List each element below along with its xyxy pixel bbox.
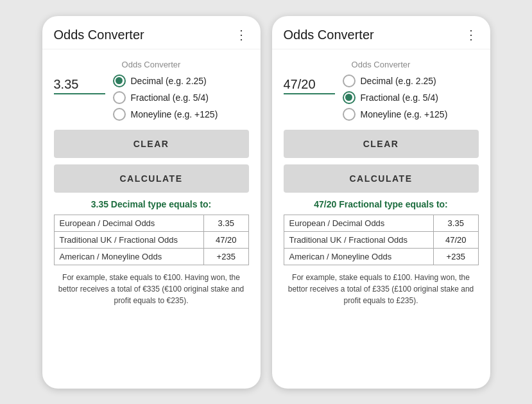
table-cell-value: 3.35 bbox=[203, 215, 248, 231]
result-table: European / Decimal Odds3.35Traditional U… bbox=[284, 215, 479, 265]
input-radio-row: Decimal (e.g. 2.25)Fractional (e.g. 5/4)… bbox=[54, 75, 249, 127]
phone-title: Odds Converter bbox=[54, 28, 144, 42]
radio-item-1[interactable]: Fractional (e.g. 5/4) bbox=[343, 91, 448, 104]
table-row: European / Decimal Odds3.35 bbox=[54, 215, 248, 231]
input-radio-row: Decimal (e.g. 2.25)Fractional (e.g. 5/4)… bbox=[284, 75, 479, 127]
table-cell-label: Traditional UK / Fractional Odds bbox=[54, 231, 203, 248]
radio-item-1[interactable]: Fractional (e.g. 5/4) bbox=[113, 91, 218, 104]
table-cell-value: +235 bbox=[203, 248, 248, 265]
calculate-button[interactable]: CALCULATE bbox=[284, 164, 479, 193]
radio-circle-2 bbox=[343, 108, 356, 121]
phone-body: Odds ConverterDecimal (e.g. 2.25)Fractio… bbox=[272, 49, 490, 389]
clear-button[interactable]: CLEAR bbox=[284, 130, 479, 158]
result-title: 47/20 Fractional type equals to: bbox=[284, 199, 479, 209]
phone-0: Odds Converter⋮Odds ConverterDecimal (e.… bbox=[42, 16, 261, 389]
odds-input[interactable] bbox=[54, 77, 105, 94]
table-row: American / Moneyline Odds+235 bbox=[54, 248, 248, 265]
radio-circle-1 bbox=[343, 91, 356, 104]
result-table: European / Decimal Odds3.35Traditional U… bbox=[54, 215, 249, 265]
radio-circle-0 bbox=[113, 75, 126, 87]
phone-header: Odds Converter⋮ bbox=[42, 16, 261, 49]
table-cell-value: 3.35 bbox=[433, 215, 478, 231]
section-label: Odds Converter bbox=[54, 60, 249, 69]
radio-label-0: Decimal (e.g. 2.25) bbox=[361, 76, 436, 86]
section-label: Odds Converter bbox=[284, 60, 479, 69]
radio-circle-1 bbox=[113, 91, 126, 104]
phone-header: Odds Converter⋮ bbox=[272, 16, 490, 49]
table-cell-label: European / Decimal Odds bbox=[54, 215, 203, 231]
phone-body: Odds ConverterDecimal (e.g. 2.25)Fractio… bbox=[42, 49, 261, 389]
radio-label-0: Decimal (e.g. 2.25) bbox=[131, 76, 207, 86]
radio-item-0[interactable]: Decimal (e.g. 2.25) bbox=[113, 75, 218, 87]
table-cell-value: +235 bbox=[433, 248, 478, 265]
more-options-icon[interactable]: ⋮ bbox=[465, 28, 479, 41]
clear-button[interactable]: CLEAR bbox=[54, 130, 249, 158]
phone-title: Odds Converter bbox=[284, 28, 374, 42]
table-cell-label: European / Decimal Odds bbox=[284, 215, 433, 231]
radio-label-1: Fractional (e.g. 5/4) bbox=[361, 92, 438, 103]
more-options-icon[interactable]: ⋮ bbox=[235, 28, 249, 41]
radio-group: Decimal (e.g. 2.25)Fractional (e.g. 5/4)… bbox=[343, 75, 448, 121]
result-note: For example, stake equals to £100. Havin… bbox=[284, 272, 479, 306]
table-cell-value: 47/20 bbox=[433, 231, 478, 248]
radio-group: Decimal (e.g. 2.25)Fractional (e.g. 5/4)… bbox=[113, 75, 218, 121]
odds-input[interactable] bbox=[284, 77, 335, 94]
table-row: European / Decimal Odds3.35 bbox=[284, 215, 478, 231]
phones-container: Odds Converter⋮Odds ConverterDecimal (e.… bbox=[30, 3, 503, 401]
result-note: For example, stake equals to €100. Havin… bbox=[54, 272, 249, 306]
table-cell-value: 47/20 bbox=[203, 231, 248, 248]
table-cell-label: Traditional UK / Fractional Odds bbox=[284, 231, 433, 248]
radio-circle-0 bbox=[343, 75, 356, 87]
radio-circle-2 bbox=[113, 108, 126, 121]
phone-1: Odds Converter⋮Odds ConverterDecimal (e.… bbox=[272, 16, 490, 389]
table-cell-label: American / Moneyline Odds bbox=[54, 248, 203, 265]
radio-item-2[interactable]: Moneyline (e.g. +125) bbox=[113, 108, 218, 121]
result-title: 3.35 Decimal type equals to: bbox=[54, 199, 249, 209]
radio-label-2: Moneyline (e.g. +125) bbox=[131, 109, 218, 119]
radio-item-2[interactable]: Moneyline (e.g. +125) bbox=[343, 108, 448, 121]
result-section: 3.35 Decimal type equals to:European / D… bbox=[54, 199, 249, 306]
calculate-button[interactable]: CALCULATE bbox=[54, 164, 249, 193]
table-row: Traditional UK / Fractional Odds47/20 bbox=[284, 231, 478, 248]
radio-item-0[interactable]: Decimal (e.g. 2.25) bbox=[343, 75, 448, 87]
result-section: 47/20 Fractional type equals to:European… bbox=[284, 199, 479, 306]
table-row: Traditional UK / Fractional Odds47/20 bbox=[54, 231, 248, 248]
radio-label-1: Fractional (e.g. 5/4) bbox=[131, 92, 209, 103]
table-row: American / Moneyline Odds+235 bbox=[284, 248, 478, 265]
radio-label-2: Moneyline (e.g. +125) bbox=[361, 109, 448, 119]
table-cell-label: American / Moneyline Odds bbox=[284, 248, 433, 265]
